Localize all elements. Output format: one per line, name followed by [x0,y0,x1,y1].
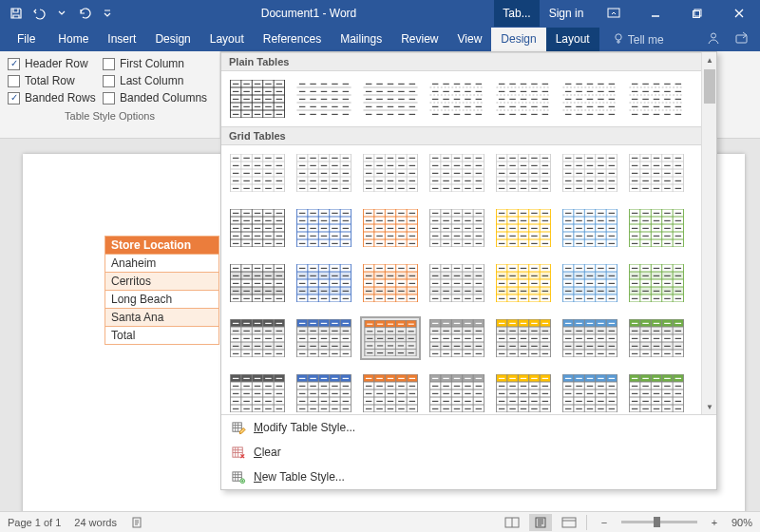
style-swatch[interactable] [493,316,554,360]
tab-mailings[interactable]: Mailings [331,28,391,51]
style-swatch[interactable] [227,261,288,305]
checkbox-banded-rows[interactable]: Banded Rows [8,91,103,104]
page-indicator[interactable]: Page 1 of 1 [8,517,61,528]
proofing-icon[interactable] [130,515,145,530]
tab-table-layout[interactable]: Layout [546,28,599,51]
style-swatch[interactable] [227,206,288,250]
table-cell[interactable]: Total [105,327,219,345]
new-table-style[interactable]: New Table Style... [221,465,716,489]
ribbon-display-options[interactable] [593,0,635,27]
word-count[interactable]: 24 words [74,517,117,528]
style-swatch[interactable] [427,371,487,414]
close-button[interactable] [718,0,760,27]
style-swatch[interactable] [427,261,487,305]
table-cell[interactable]: Long Beach [105,291,219,309]
tab-design[interactable]: Design [145,28,200,51]
style-swatch[interactable] [227,151,288,195]
tab-layout[interactable]: Layout [200,28,254,51]
zoom-slider[interactable] [621,521,697,523]
scroll-thumb[interactable] [704,69,715,104]
tab-review[interactable]: Review [391,28,447,51]
sign-in-button[interactable]: Sign in [540,0,593,27]
checkbox-header-row[interactable]: Header Row [8,57,103,70]
style-swatch[interactable] [560,371,620,414]
minimize-button[interactable] [635,0,676,27]
style-swatch[interactable] [493,77,554,121]
style-swatch[interactable] [360,151,421,195]
style-swatch[interactable] [427,316,487,360]
tab-view[interactable]: View [448,28,492,51]
style-swatch[interactable] [227,371,288,414]
style-swatch[interactable] [493,261,554,305]
style-swatch[interactable] [360,77,421,121]
style-swatch[interactable] [427,151,487,195]
view-web-layout[interactable] [558,514,580,531]
style-swatch[interactable] [360,261,421,305]
style-swatch[interactable] [626,151,687,195]
redo-button[interactable] [74,3,95,24]
zoom-in-button[interactable]: + [703,514,726,531]
checkbox-banded-columns[interactable]: Banded Columns [103,91,215,104]
tab-table-design[interactable]: Design [491,28,545,51]
style-swatch[interactable] [227,77,288,121]
undo-button[interactable] [28,3,49,24]
zoom-out-button[interactable]: − [593,514,616,531]
style-swatch[interactable] [560,316,620,360]
clear-table-style[interactable]: Clear [221,440,716,465]
style-swatch[interactable] [493,206,554,250]
account-icon[interactable] [699,26,728,51]
tab-insert[interactable]: Insert [98,28,145,51]
style-swatch[interactable] [360,371,421,414]
style-swatch[interactable] [493,371,554,414]
table-cell[interactable]: Anaheim [105,255,219,273]
save-button[interactable] [6,3,27,24]
style-swatch[interactable] [560,261,620,305]
style-swatch[interactable] [493,151,554,195]
tab-references[interactable]: References [254,28,331,51]
style-swatch[interactable] [626,206,687,250]
style-swatch[interactable] [294,316,354,360]
table-cell[interactable]: Cerritos [105,273,219,291]
checkbox-total-row[interactable]: Total Row [8,74,103,87]
tell-me[interactable]: Tell me [605,28,672,51]
tab-file[interactable]: File [4,28,48,51]
tab-home[interactable]: Home [48,28,98,51]
style-swatch[interactable] [360,316,421,360]
style-swatch[interactable] [294,151,354,195]
qat-customize[interactable] [97,3,118,24]
scroll-up-icon[interactable]: ▲ [702,52,716,67]
checkbox-last-column[interactable]: Last Column [103,74,215,87]
style-swatch[interactable] [360,206,421,250]
menu-label: Modify Table Style... [254,421,355,434]
zoom-level[interactable]: 90% [732,517,752,528]
style-swatch[interactable] [227,316,288,360]
scroll-down-icon[interactable]: ▼ [702,399,716,414]
view-print-layout[interactable] [529,514,552,531]
style-swatch[interactable] [560,206,620,250]
table-cell[interactable]: Santa Ana [105,309,219,327]
restore-button[interactable] [676,0,718,27]
modify-table-style[interactable]: Modify Table Style... [221,415,716,440]
share-icon[interactable] [728,26,756,51]
style-swatch[interactable] [560,151,620,195]
style-swatch[interactable] [427,77,487,121]
zoom-thumb[interactable] [654,517,660,527]
table-header[interactable]: Store Location [105,237,219,255]
style-swatch[interactable] [626,261,687,305]
style-swatch[interactable] [427,206,487,250]
view-read-mode[interactable] [501,514,523,531]
style-swatch[interactable] [294,77,354,121]
gallery-scrollbar[interactable]: ▲ ▼ [701,52,716,414]
style-swatch[interactable] [626,77,687,121]
checkbox-first-column[interactable]: First Column [103,57,215,70]
style-swatch[interactable] [626,371,687,414]
checkbox-label: Total Row [25,74,75,87]
style-swatch[interactable] [294,371,354,414]
group-label: Table Style Options [8,110,212,122]
document-table[interactable]: Store Location Anaheim Cerritos Long Bea… [104,236,219,345]
style-swatch[interactable] [626,316,687,360]
style-swatch[interactable] [294,261,354,305]
undo-dropdown[interactable] [51,3,72,24]
style-swatch[interactable] [560,77,620,121]
style-swatch[interactable] [294,206,354,250]
